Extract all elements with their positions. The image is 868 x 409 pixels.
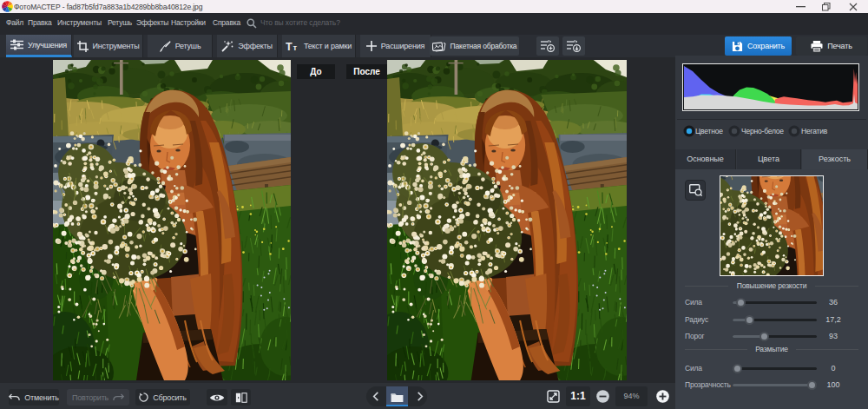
svg-text:т: т — [293, 43, 297, 51]
svg-text:T: T — [286, 41, 293, 51]
